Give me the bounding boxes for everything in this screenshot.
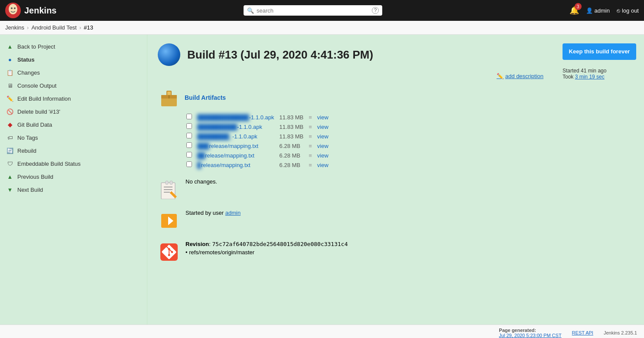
took-text: Took 3 min 19 sec (563, 74, 639, 80)
artifact-row: ██████████-1.1.0.apk11.83 MB≡view (184, 122, 331, 131)
sidebar-item-console-output[interactable]: 🖥 Console Output (0, 79, 147, 92)
breadcrumb-sep-1: › (27, 24, 29, 31)
artifact-separator: ≡ (306, 160, 315, 170)
artifact-checkbox[interactable] (186, 133, 192, 138)
search-area: 🔍 ? (62, 5, 564, 16)
search-container: 🔍 ? (244, 5, 382, 16)
console-icon: 🖥 (6, 82, 14, 89)
artifact-checkbox[interactable] (186, 152, 192, 158)
changes-section: No changes. (158, 178, 547, 201)
bullet: • (185, 249, 188, 256)
breadcrumb-sep-2: › (79, 24, 81, 31)
artifact-separator: ≡ (306, 151, 315, 160)
keep-forever-button[interactable]: Keep this build forever (563, 43, 636, 60)
sidebar-label-edit-build: Edit Build Information (17, 95, 71, 102)
header: Jenkins 🔍 ? 🔔 3 👤 admin ⎋ log out (0, 0, 644, 21)
started-by-text: Started by user admin (185, 210, 241, 216)
svg-rect-7 (167, 92, 171, 95)
refs-text: refs/remotes/origin/master (189, 249, 254, 256)
svg-rect-14 (170, 181, 172, 184)
status-icon: ● (6, 56, 14, 63)
sidebar-item-delete-build[interactable]: 🚫 Delete build '#13' (0, 105, 147, 118)
artifact-size: 11.83 MB (277, 131, 306, 141)
started-section: Started by user admin (158, 210, 547, 232)
artifact-row: ███release/mapping.txt6.28 MB≡view (184, 141, 331, 151)
artifact-view-link[interactable]: view (317, 124, 329, 130)
artifacts-header: Build Artifacts (158, 86, 547, 109)
app-title: Jenkins (24, 6, 56, 16)
breadcrumb-project[interactable]: Android Build Test (31, 24, 77, 31)
notification-bell[interactable]: 🔔 3 (569, 6, 579, 15)
rest-api-link[interactable]: REST API (572, 330, 593, 335)
logout-button[interactable]: ⎋ log out (617, 7, 639, 14)
artifact-view-link[interactable]: view (317, 133, 329, 140)
artifact-name-link[interactable]: ████████_-1.1.0.apk (197, 133, 257, 140)
sidebar-label-previous-build: Previous Build (17, 174, 53, 180)
artifact-name-link[interactable]: █████████████-1.1.0.apk (197, 114, 274, 121)
artifact-view-link[interactable]: view (317, 114, 329, 121)
artifact-view-link[interactable]: view (317, 152, 329, 159)
artifact-view-link[interactable]: view (317, 143, 329, 149)
artifact-checkbox[interactable] (186, 123, 192, 129)
sidebar-item-rebuild[interactable]: 🔄 Rebuild (0, 144, 147, 157)
artifact-name-link[interactable]: ██release/mapping.txt (197, 152, 254, 159)
admin-icon: 👤 (586, 7, 593, 14)
build-time-info: Started 41 min ago Took 3 min 19 sec (563, 68, 639, 80)
artifact-checkbox[interactable] (186, 161, 192, 167)
took-link[interactable]: 3 min 19 sec (575, 74, 605, 80)
artifacts-table: █████████████-1.1.0.apk11.83 MB≡view████… (184, 112, 331, 170)
rebuild-icon: 🔄 (6, 147, 14, 154)
changes-notepad-icon (159, 180, 179, 199)
search-help-icon[interactable]: ? (372, 7, 379, 14)
sidebar-label-next-build: Next Build (17, 187, 43, 193)
artifacts-title-link[interactable]: Build Artifacts (185, 94, 226, 101)
edit-icon: ✏️ (6, 95, 14, 102)
sidebar-item-status[interactable]: ● Status (0, 53, 147, 66)
svg-point-3 (14, 7, 16, 9)
artifact-name-link[interactable]: █release/mapping.txt (197, 162, 250, 168)
logo-area: Jenkins (5, 3, 56, 18)
sidebar-label-no-tags: No Tags (17, 135, 38, 141)
sidebar-item-back-to-project[interactable]: ▲ Back to Project (0, 40, 147, 53)
artifact-name-link[interactable]: ██████████-1.1.0.apk (197, 124, 262, 130)
sidebar-label-back-to-project: Back to Project (17, 43, 55, 50)
footer: Page generated: Jul 29, 2020 5:23:00 PM … (0, 325, 644, 338)
generated-date-link[interactable]: Jul 29, 2020 5:23:00 PM CST (499, 333, 561, 338)
artifact-checkbox[interactable] (186, 142, 192, 148)
artifact-size: 11.83 MB (277, 112, 306, 122)
artifact-name-link[interactable]: ███release/mapping.txt (197, 143, 258, 149)
sidebar-item-previous-build[interactable]: ▲ Previous Build (0, 170, 147, 183)
sidebar-item-next-build[interactable]: ▼ Next Build (0, 183, 147, 196)
artifact-view-link[interactable]: view (317, 162, 329, 168)
edit-description-icon: ✏️ (497, 73, 504, 79)
header-right: 🔔 3 👤 admin ⎋ log out (569, 6, 639, 15)
search-input[interactable] (257, 7, 369, 14)
admin-menu[interactable]: 👤 admin (586, 7, 610, 14)
artifact-separator: ≡ (306, 141, 315, 151)
breadcrumb-jenkins[interactable]: Jenkins (5, 24, 24, 31)
started-user-link[interactable]: admin (225, 210, 241, 216)
sidebar-item-changes[interactable]: 📋 Changes (0, 66, 147, 79)
main-layout: ▲ Back to Project ● Status 📋 Changes 🖥 C… (0, 35, 644, 325)
sidebar-item-edit-build-info[interactable]: ✏️ Edit Build Information (0, 92, 147, 105)
admin-label: admin (595, 7, 610, 14)
sidebar-label-console: Console Output (17, 82, 56, 89)
artifact-separator: ≡ (306, 112, 315, 122)
main-content: Build #13 (Jul 29, 2020 4:41:36 PM) ✏️ a… (147, 35, 557, 325)
git-section: Revision: 75c72af640782bde25648015d820e0… (158, 241, 547, 263)
git-logo-icon (159, 243, 179, 262)
build-title: Build #13 (Jul 29, 2020 4:41:36 PM) (187, 48, 373, 62)
sidebar-item-git-build-data[interactable]: ◆ Git Build Data (0, 118, 147, 131)
sidebar-item-embeddable-build-status[interactable]: 🛡 Embeddable Build Status (0, 157, 147, 170)
content-wrapper: Build #13 (Jul 29, 2020 4:41:36 PM) ✏️ a… (147, 35, 644, 325)
sidebar-label-git: Git Build Data (17, 121, 52, 128)
build-status-globe (158, 43, 180, 66)
tags-icon: 🏷 (6, 134, 14, 141)
sidebar: ▲ Back to Project ● Status 📋 Changes 🖥 C… (0, 35, 147, 325)
artifact-row: █release/mapping.txt6.28 MB≡view (184, 160, 331, 170)
add-description-link[interactable]: ✏️ add description (497, 73, 543, 79)
sidebar-item-no-tags[interactable]: 🏷 No Tags (0, 131, 147, 144)
artifact-separator: ≡ (306, 122, 315, 131)
artifact-checkbox[interactable] (186, 114, 192, 119)
no-changes-text: No changes. (185, 178, 217, 185)
